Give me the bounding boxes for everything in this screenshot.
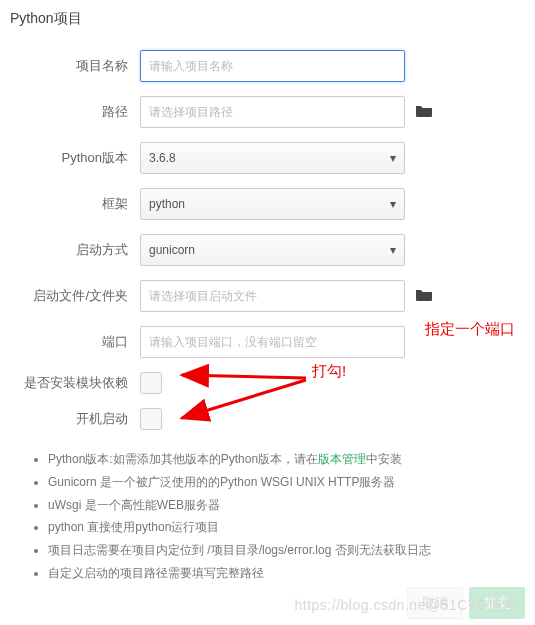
note-item: uWsgi 是一个高性能WEB服务器 — [48, 494, 515, 517]
start-file-label: 启动文件/文件夹 — [0, 287, 140, 305]
port-input[interactable] — [140, 326, 405, 358]
python-version-select[interactable]: 3.6.8 ▾ — [140, 142, 405, 174]
note-item: Python版本:如需添加其他版本的Python版本，请在版本管理中安装 — [48, 448, 515, 471]
chevron-down-icon: ▾ — [390, 243, 396, 257]
autostart-checkbox[interactable] — [140, 408, 162, 430]
path-label: 路径 — [0, 103, 140, 121]
start-mode-value: gunicorn — [149, 243, 195, 257]
start-file-input[interactable] — [140, 280, 405, 312]
autostart-label: 开机启动 — [0, 410, 140, 428]
notes-list: Python版本:如需添加其他版本的Python版本，请在版本管理中安装 Gun… — [0, 448, 515, 585]
chevron-down-icon: ▾ — [390, 151, 396, 165]
folder-open-icon[interactable] — [415, 288, 433, 305]
project-path-input[interactable] — [140, 96, 405, 128]
install-dep-checkbox[interactable] — [140, 372, 162, 394]
start-mode-select[interactable]: gunicorn ▾ — [140, 234, 405, 266]
chevron-down-icon: ▾ — [390, 197, 396, 211]
name-label: 项目名称 — [0, 57, 140, 75]
note-item: python 直接使用python运行项目 — [48, 516, 515, 539]
submit-button[interactable]: 提交 — [469, 587, 525, 619]
annotation-port-note: 指定一个端口 — [425, 320, 515, 339]
note-item: 项目日志需要在项目内定位到 /项目目录/logs/error.log 否则无法获… — [48, 539, 515, 562]
install-dep-label: 是否安装模块依赖 — [0, 374, 140, 392]
version-manage-link[interactable]: 版本管理 — [318, 452, 366, 466]
project-name-input[interactable] — [140, 50, 405, 82]
annotation-check-note: 打勾! — [312, 362, 346, 381]
folder-open-icon[interactable] — [415, 104, 433, 121]
port-label: 端口 — [0, 333, 140, 351]
version-label: Python版本 — [0, 149, 140, 167]
framework-label: 框架 — [0, 195, 140, 213]
framework-select[interactable]: python ▾ — [140, 188, 405, 220]
note-item: Gunicorn 是一个被广泛使用的的Python WSGI UNIX HTTP… — [48, 471, 515, 494]
framework-value: python — [149, 197, 185, 211]
start-mode-label: 启动方式 — [0, 241, 140, 259]
cancel-button[interactable]: 取消 — [407, 587, 463, 619]
python-version-value: 3.6.8 — [149, 151, 176, 165]
dialog-title: Python项目 — [0, 10, 515, 36]
